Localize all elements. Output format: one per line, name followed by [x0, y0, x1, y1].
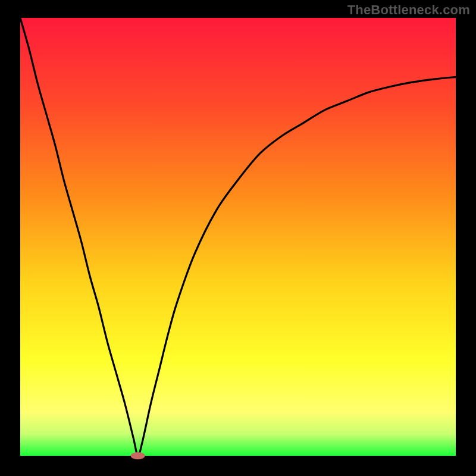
plot-background [20, 18, 456, 456]
bottleneck-chart [0, 0, 476, 476]
chart-frame: TheBottleneck.com [0, 0, 476, 476]
optimum-marker [131, 452, 145, 459]
